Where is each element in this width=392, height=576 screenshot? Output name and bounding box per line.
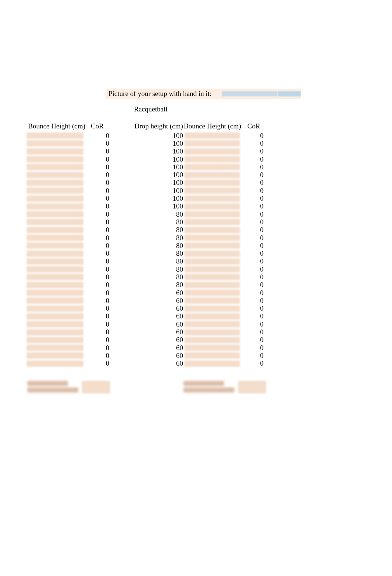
- bounce-height-2-cell[interactable]: [184, 180, 245, 186]
- summary-left: [27, 381, 110, 393]
- table-row: 0600: [26, 320, 292, 328]
- bounce-height-2-cell[interactable]: [184, 156, 245, 162]
- bounce-height-2-cell[interactable]: [184, 313, 245, 320]
- bounce-height-2-cell[interactable]: [184, 297, 245, 304]
- table-title: Racquetball: [134, 105, 168, 113]
- bounce-height-2-cell[interactable]: [184, 172, 245, 178]
- bounce-height-2-cell[interactable]: [184, 274, 245, 280]
- bounce-height-1-cell[interactable]: [26, 297, 87, 304]
- bounce-height-2-cell[interactable]: [184, 227, 245, 233]
- bounce-height-1-cell[interactable]: [26, 337, 87, 343]
- drop-height-cell: 100: [134, 147, 184, 155]
- cor-2-cell: 0: [245, 194, 289, 203]
- bounce-height-1-cell[interactable]: [26, 235, 87, 241]
- cor-1-cell: 0: [87, 281, 134, 289]
- bounce-height-1-cell[interactable]: [26, 196, 87, 202]
- bounce-height-2-cell[interactable]: [184, 251, 245, 257]
- table-row: 0600: [26, 297, 292, 304]
- bounce-height-1-cell[interactable]: [26, 140, 87, 146]
- cor-1-cell: 0: [87, 297, 134, 305]
- drop-height-cell: 80: [134, 218, 184, 226]
- table-row: 0600: [26, 344, 292, 352]
- bounce-height-2-cell[interactable]: [184, 258, 245, 265]
- table-row: 0800: [26, 265, 292, 273]
- bounce-height-1-cell[interactable]: [26, 258, 87, 265]
- bounce-height-2-cell[interactable]: [184, 235, 245, 241]
- drop-height-cell: 60: [134, 289, 184, 297]
- bounce-height-1-cell[interactable]: [26, 321, 87, 327]
- bounce-height-1-cell[interactable]: [26, 290, 87, 296]
- bounce-height-1-cell[interactable]: [26, 164, 87, 170]
- bounce-height-2-cell[interactable]: [184, 352, 245, 359]
- bounce-height-1-cell[interactable]: [26, 203, 87, 210]
- cor-2-cell: 0: [245, 155, 289, 163]
- bounce-height-2-cell[interactable]: [184, 148, 245, 155]
- drop-height-cell: 100: [134, 155, 184, 163]
- summary-left-value[interactable]: [82, 381, 110, 393]
- bounce-height-2-cell[interactable]: [184, 361, 245, 367]
- bounce-height-1-cell[interactable]: [26, 172, 87, 178]
- bounce-height-1-cell[interactable]: [26, 242, 87, 249]
- bounce-height-2-cell[interactable]: [184, 282, 245, 288]
- bounce-height-2-cell[interactable]: [184, 164, 245, 170]
- bounce-height-2-cell[interactable]: [184, 132, 245, 139]
- table-row: 0600: [26, 336, 292, 344]
- bounce-height-1-cell[interactable]: [26, 266, 87, 272]
- drop-height-cell: 80: [134, 249, 184, 258]
- bounce-height-2-cell[interactable]: [184, 211, 245, 217]
- summary-right-value[interactable]: [238, 381, 266, 393]
- bounce-height-1-cell[interactable]: [26, 219, 87, 225]
- bounce-height-1-cell[interactable]: [26, 251, 87, 257]
- bounce-height-2-cell[interactable]: [184, 321, 245, 327]
- table-row: 0600: [26, 289, 292, 297]
- bounce-height-1-cell[interactable]: [26, 329, 87, 335]
- cor-1-cell: 0: [87, 320, 134, 328]
- bounce-height-2-cell[interactable]: [184, 290, 245, 296]
- bounce-height-2-cell[interactable]: [184, 306, 245, 312]
- bounce-height-1-cell[interactable]: [26, 227, 87, 233]
- bounce-height-1-cell[interactable]: [26, 187, 87, 194]
- bounce-height-2-cell[interactable]: [184, 337, 245, 343]
- bounce-height-1-cell[interactable]: [26, 282, 87, 288]
- picture-placeholder[interactable]: [222, 91, 277, 96]
- drop-height-cell: 100: [134, 132, 184, 140]
- bounce-height-2-cell[interactable]: [184, 196, 245, 202]
- bounce-height-1-cell[interactable]: [26, 180, 87, 186]
- cor-1-cell: 0: [87, 234, 134, 242]
- cor-1-cell: 0: [87, 187, 134, 195]
- bounce-height-1-cell[interactable]: [26, 148, 87, 155]
- data-table: Bounce Height (cm) CoR Drop height (cm) …: [26, 121, 292, 368]
- header-cor-1: CoR: [87, 122, 134, 130]
- drop-height-cell: 60: [134, 304, 184, 313]
- bounce-height-2-cell[interactable]: [184, 140, 245, 146]
- bounce-height-2-cell[interactable]: [184, 329, 245, 335]
- cor-1-cell: 0: [87, 139, 134, 148]
- table-row: 01000: [26, 155, 292, 163]
- drop-height-cell: 60: [134, 336, 184, 344]
- bounce-height-1-cell[interactable]: [26, 132, 87, 139]
- bounce-height-2-cell[interactable]: [184, 219, 245, 225]
- table-row: 0800: [26, 273, 292, 281]
- bounce-height-1-cell[interactable]: [26, 211, 87, 217]
- header-bounce-height-2: Bounce Height (cm): [184, 122, 245, 130]
- drop-height-cell: 100: [134, 202, 184, 210]
- bounce-height-1-cell[interactable]: [26, 345, 87, 351]
- cor-1-cell: 0: [87, 147, 134, 155]
- header-drop-height: Drop height (cm): [134, 122, 184, 130]
- bounce-height-1-cell[interactable]: [26, 361, 87, 367]
- bounce-height-2-cell[interactable]: [184, 345, 245, 351]
- drop-height-cell: 100: [134, 171, 184, 179]
- bounce-height-1-cell[interactable]: [26, 156, 87, 162]
- drop-height-cell: 60: [134, 344, 184, 352]
- table-row: 0800: [26, 234, 292, 242]
- bounce-height-1-cell[interactable]: [26, 306, 87, 312]
- cor-1-cell: 0: [87, 226, 134, 234]
- bounce-height-2-cell[interactable]: [184, 266, 245, 272]
- bounce-height-2-cell[interactable]: [184, 203, 245, 210]
- header-bounce-height-1: Bounce Height (cm): [26, 122, 87, 130]
- bounce-height-2-cell[interactable]: [184, 187, 245, 194]
- bounce-height-2-cell[interactable]: [184, 242, 245, 249]
- bounce-height-1-cell[interactable]: [26, 313, 87, 320]
- bounce-height-1-cell[interactable]: [26, 352, 87, 359]
- bounce-height-1-cell[interactable]: [26, 274, 87, 280]
